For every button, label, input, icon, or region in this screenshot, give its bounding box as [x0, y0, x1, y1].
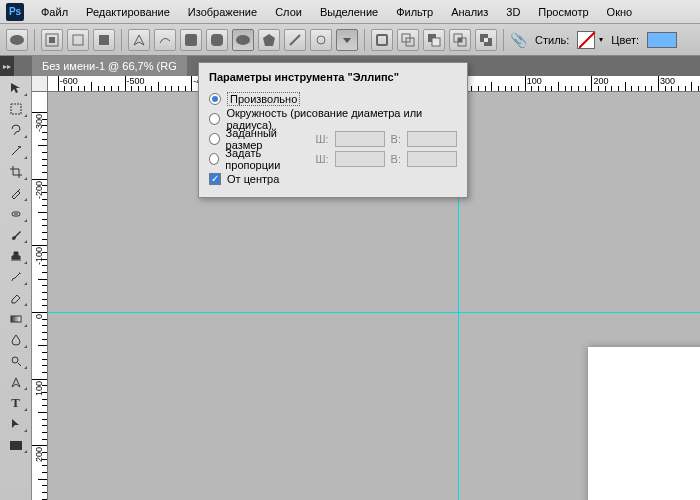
lasso-tool[interactable]	[3, 120, 29, 140]
tabstrip-handle[interactable]: ▸▸	[0, 56, 14, 76]
from-center-label: От центра	[227, 173, 279, 185]
menu-3d[interactable]: 3D	[497, 6, 529, 18]
radio-fixed-size[interactable]	[209, 133, 220, 145]
blur-tool[interactable]	[3, 330, 29, 350]
prop-width-input[interactable]	[335, 151, 385, 167]
menu-select[interactable]: Выделение	[311, 6, 387, 18]
crop-tool[interactable]	[3, 162, 29, 182]
custom-shape-button[interactable]	[310, 29, 332, 51]
marquee-tool[interactable]	[3, 99, 29, 119]
app-logo: Ps	[6, 3, 24, 21]
line-shape-button[interactable]	[284, 29, 306, 51]
menu-layers[interactable]: Слои	[266, 6, 311, 18]
pathop-new[interactable]	[371, 29, 393, 51]
square-icon	[185, 34, 197, 46]
magic-wand-tool[interactable]	[3, 141, 29, 161]
pathop-exclude[interactable]	[475, 29, 497, 51]
style-label: Стиль:	[531, 34, 573, 46]
fixed-height-input[interactable]	[407, 131, 457, 147]
svg-rect-17	[11, 104, 21, 114]
svg-rect-13	[458, 38, 462, 42]
pen-tool[interactable]	[3, 372, 29, 392]
mode-paths[interactable]	[67, 29, 89, 51]
ellipse-icon	[10, 35, 24, 45]
menu-image[interactable]: Изображение	[179, 6, 266, 18]
ellipse-shape-button[interactable]	[232, 29, 254, 51]
svg-marker-6	[343, 38, 351, 43]
width-label: Ш:	[315, 133, 328, 145]
option-free-label: Произвольно	[227, 92, 300, 106]
menu-edit[interactable]: Редактирование	[77, 6, 179, 18]
svg-rect-21	[11, 316, 21, 322]
type-tool[interactable]: T	[3, 393, 29, 413]
dodge-tool[interactable]	[3, 351, 29, 371]
height-label-2: В:	[391, 153, 401, 165]
svg-point-22	[12, 357, 18, 363]
freeform-pen-icon[interactable]	[154, 29, 176, 51]
menu-analysis[interactable]: Анализ	[442, 6, 497, 18]
menu-filter[interactable]: Фильтр	[387, 6, 442, 18]
svg-rect-2	[73, 35, 83, 45]
svg-rect-16	[484, 38, 488, 42]
color-label: Цвет:	[607, 34, 643, 46]
link-icon[interactable]: 📎	[510, 32, 527, 48]
healing-tool[interactable]	[3, 204, 29, 224]
mode-fill-pixels[interactable]	[93, 29, 115, 51]
pen-tool-icon[interactable]	[128, 29, 150, 51]
eyedropper-tool[interactable]	[3, 183, 29, 203]
rounded-square-icon	[211, 34, 223, 46]
style-swatch[interactable]	[577, 31, 595, 49]
polygon-shape-button[interactable]	[258, 29, 280, 51]
svg-rect-10	[432, 38, 440, 46]
color-swatch[interactable]	[647, 32, 677, 48]
menu-view[interactable]: Просмотр	[529, 6, 597, 18]
shape-tool[interactable]	[3, 435, 29, 455]
ellipse-options-popup: Параметры инструмента "Эллипс" Произволь…	[198, 62, 468, 198]
option-prop-label: Задать пропорции	[225, 147, 303, 171]
pathop-intersect[interactable]	[449, 29, 471, 51]
menu-file[interactable]: Файл	[32, 6, 77, 18]
ellipse-icon	[236, 35, 250, 45]
svg-rect-3	[99, 35, 109, 45]
gradient-tool[interactable]	[3, 309, 29, 329]
brush-tool[interactable]	[3, 225, 29, 245]
width-label-2: Ш:	[315, 153, 328, 165]
fixed-width-input[interactable]	[335, 131, 385, 147]
svg-marker-4	[263, 34, 275, 46]
menu-window[interactable]: Окно	[598, 6, 642, 18]
rect-shape-button[interactable]	[180, 29, 202, 51]
mode-shape-layers[interactable]	[41, 29, 63, 51]
toolbox: T	[0, 76, 32, 500]
prop-height-input[interactable]	[407, 151, 457, 167]
svg-point-18	[19, 146, 21, 148]
options-bar: 📎 Стиль: ▾ Цвет:	[0, 24, 700, 56]
shape-options-dropdown[interactable]	[336, 29, 358, 51]
tool-preset-button[interactable]	[6, 29, 28, 51]
pathop-subtract[interactable]	[423, 29, 445, 51]
square-outline-icon	[376, 34, 388, 46]
popup-title: Параметры инструмента "Эллипс"	[209, 71, 457, 83]
checkbox-from-center[interactable]	[209, 173, 221, 185]
eraser-tool[interactable]	[3, 288, 29, 308]
pathop-add[interactable]	[397, 29, 419, 51]
svg-line-23	[18, 363, 21, 366]
path-selection-tool[interactable]	[3, 414, 29, 434]
radio-proportions[interactable]	[209, 153, 219, 165]
radio-circle[interactable]	[209, 113, 220, 125]
height-label: В:	[391, 133, 401, 145]
document-tab[interactable]: Без имени-1 @ 66,7% (RG	[32, 56, 187, 76]
svg-line-5	[290, 35, 300, 45]
move-tool[interactable]	[3, 78, 29, 98]
menu-bar: Ps Файл Редактирование Изображение Слои …	[0, 0, 700, 24]
radio-free[interactable]	[209, 93, 221, 105]
history-brush-tool[interactable]	[3, 267, 29, 287]
stamp-tool[interactable]	[3, 246, 29, 266]
svg-rect-1	[49, 37, 55, 43]
rounded-rect-button[interactable]	[206, 29, 228, 51]
